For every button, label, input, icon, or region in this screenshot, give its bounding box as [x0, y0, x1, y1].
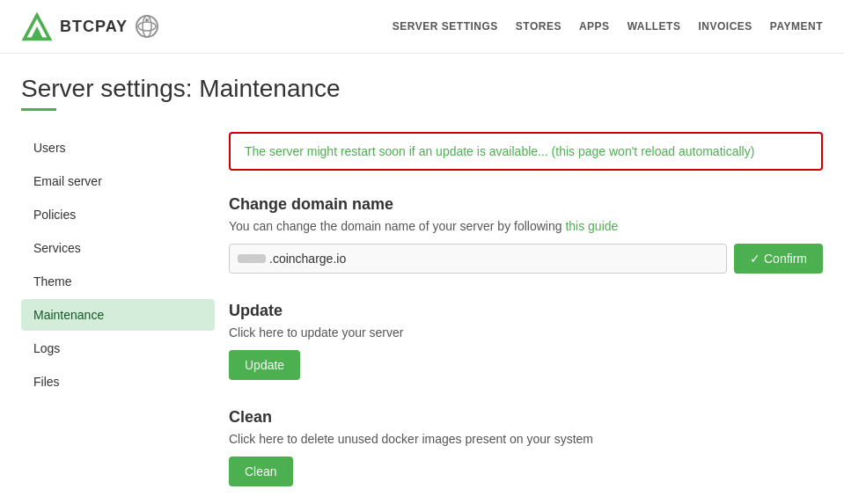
sidebar-item-logs[interactable]: Logs [21, 332, 215, 364]
this-guide-link[interactable]: this guide [565, 219, 618, 233]
header-nav: SERVER SETTINGS STORES APPS WALLETS INVO… [393, 20, 823, 33]
header: BTCPAY SERVER SETTINGS STORES APPS WALLE… [0, 0, 844, 54]
alert-banner: The server might restart soon if an upda… [229, 132, 823, 171]
tor-icon [135, 14, 159, 39]
content-wrapper: Users Email server Policies Services The… [0, 132, 844, 504]
nav-stores[interactable]: STORES [516, 20, 561, 33]
confirm-button[interactable]: ✓ Confirm [734, 244, 823, 274]
page-title-underline [21, 108, 56, 111]
domain-section-title: Change domain name [229, 195, 823, 214]
sidebar-item-files[interactable]: Files [21, 366, 215, 398]
sidebar-item-theme[interactable]: Theme [21, 266, 215, 297]
svg-point-4 [138, 22, 156, 31]
nav-invoices[interactable]: INVOICES [698, 20, 752, 33]
update-section: Update Click here to update your server … [229, 302, 823, 380]
sidebar-item-policies[interactable]: Policies [21, 199, 215, 230]
update-section-title: Update [229, 302, 823, 320]
btcpay-logo-icon [21, 11, 53, 42]
sidebar: Users Email server Policies Services The… [21, 132, 215, 504]
sidebar-item-users[interactable]: Users [21, 132, 215, 164]
logo-area: BTCPAY [21, 11, 159, 42]
sidebar-item-email-server[interactable]: Email server [21, 165, 215, 197]
svg-marker-1 [31, 26, 43, 39]
domain-suffix: .coincharge.io [269, 252, 346, 266]
page-title-section: Server settings: Maintenance [0, 54, 844, 111]
clean-section: Clean Click here to delete unused docker… [229, 408, 823, 486]
logo-text: BTCPAY [60, 18, 128, 36]
clean-section-desc: Click here to delete unused docker image… [229, 432, 823, 446]
alert-message: The server might restart soon if an upda… [245, 144, 754, 158]
blurred-domain-prefix [238, 254, 266, 263]
page-title: Server settings: Maintenance [21, 75, 823, 103]
update-section-desc: Click here to update your server [229, 325, 823, 340]
nav-apps[interactable]: APPS [579, 20, 610, 33]
domain-section: Change domain name You can change the do… [229, 195, 823, 274]
sidebar-item-maintenance[interactable]: Maintenance [21, 299, 215, 331]
svg-point-5 [145, 18, 149, 22]
nav-wallets[interactable]: WALLETS [627, 20, 681, 33]
nav-server-settings[interactable]: SERVER SETTINGS [393, 20, 498, 33]
update-button[interactable]: Update [229, 350, 300, 380]
domain-section-desc: You can change the domain name of your s… [229, 219, 823, 233]
clean-section-title: Clean [229, 408, 823, 427]
main-content: The server might restart soon if an upda… [215, 132, 823, 504]
sidebar-item-services[interactable]: Services [21, 232, 215, 264]
domain-row: .coincharge.io ✓ Confirm [229, 244, 823, 274]
clean-button[interactable]: Clean [229, 457, 293, 486]
nav-payment[interactable]: PAYMENT [770, 20, 823, 33]
